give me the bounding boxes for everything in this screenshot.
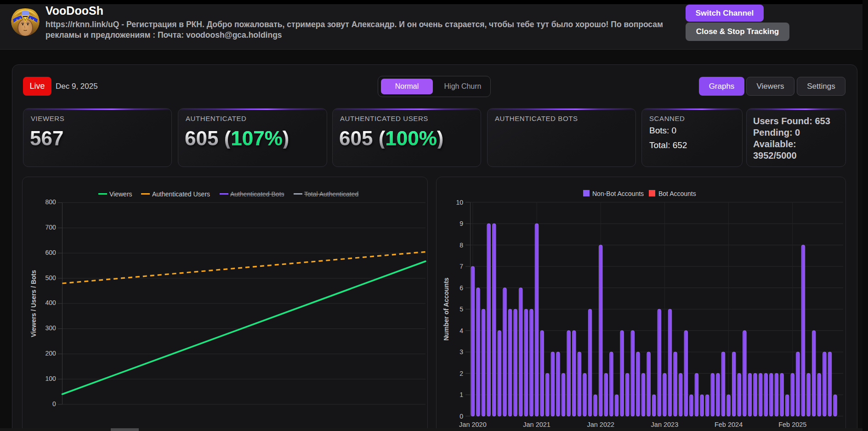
svg-text:Non-Bot Accounts: Non-Bot Accounts (592, 190, 644, 197)
svg-text:Viewers / Users / Bots: Viewers / Users / Bots (30, 270, 37, 337)
svg-text:9: 9 (460, 220, 463, 227)
svg-text:600: 600 (45, 249, 56, 256)
svg-text:Number of Accounts: Number of Accounts (443, 277, 450, 340)
svg-text:6: 6 (460, 284, 463, 292)
svg-text:Jan 2023: Jan 2023 (651, 421, 679, 428)
svg-text:Jan 2020: Jan 2020 (459, 421, 487, 428)
svg-text:500: 500 (45, 274, 56, 282)
svg-text:10: 10 (456, 199, 463, 206)
svg-text:700: 700 (45, 224, 56, 231)
svg-text:2: 2 (460, 370, 463, 377)
svg-text:Feb 2025: Feb 2025 (778, 421, 806, 428)
svg-text:0: 0 (52, 400, 56, 408)
svg-text:Viewers: Viewers (109, 190, 132, 198)
svg-text:5: 5 (460, 305, 463, 313)
svg-text:4: 4 (460, 327, 463, 334)
svg-text:Total Authenticated: Total Authenticated (304, 190, 358, 198)
svg-text:Jan 2021: Jan 2021 (523, 421, 550, 428)
svg-text:Jan 2022: Jan 2022 (587, 421, 614, 428)
svg-text:0: 0 (460, 413, 463, 420)
svg-text:3: 3 (460, 348, 463, 356)
svg-text:7: 7 (460, 263, 463, 270)
svg-text:Authenticated Bots: Authenticated Bots (230, 190, 284, 198)
svg-text:Authenticated Users: Authenticated Users (152, 190, 210, 198)
svg-text:200: 200 (45, 350, 56, 357)
svg-text:300: 300 (45, 324, 56, 332)
svg-text:800: 800 (45, 198, 56, 206)
svg-text:1: 1 (460, 391, 463, 398)
svg-text:Feb 2024: Feb 2024 (715, 421, 743, 428)
svg-text:400: 400 (45, 299, 56, 306)
svg-text:100: 100 (45, 375, 56, 382)
svg-text:Bot Accounts: Bot Accounts (658, 190, 696, 197)
svg-text:8: 8 (460, 241, 463, 249)
